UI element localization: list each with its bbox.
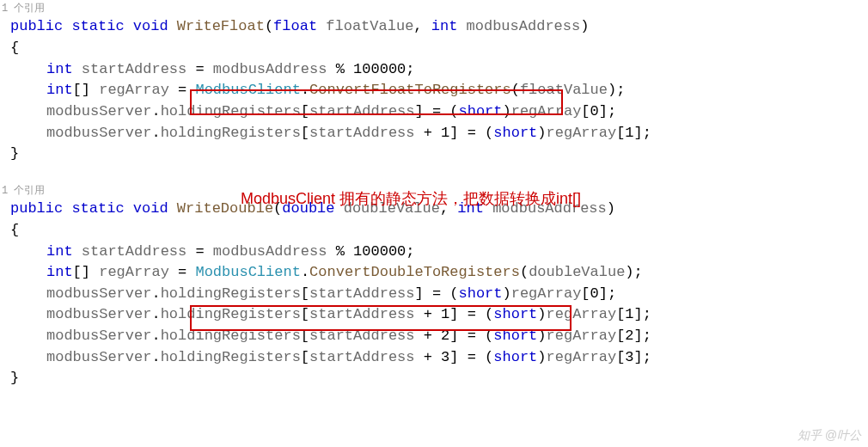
code-line: int[] regArray = ModbusClient.ConvertFlo… — [46, 80, 865, 101]
param-addr: modbusAddress — [467, 18, 581, 34]
code-line: int startAddress = modbusAddress % 10000… — [46, 59, 865, 81]
type-int: int — [431, 18, 458, 34]
code-line: modbusServer.holdingRegisters[startAddre… — [46, 101, 865, 123]
brace-close: } — [10, 144, 865, 165]
param-floatvalue: floatValue — [326, 18, 413, 34]
watermark: 知乎 @叶公 — [798, 426, 861, 444]
method-name: WriteFloat — [177, 18, 265, 34]
reference-count: 1 个引用 — [2, 2, 865, 16]
annotation-text: ModbusClient 拥有的静态方法，把数据转换成int[] — [241, 187, 581, 210]
code-line: int[] regArray = ModbusClient.ConvertDou… — [46, 262, 865, 284]
code-line: public static void WriteFloat(float floa… — [10, 16, 865, 38]
code-line: modbusServer.holdingRegisters[startAddre… — [46, 284, 865, 305]
method-call: ConvertFloatToRegisters — [309, 82, 511, 98]
kw-void: void — [133, 18, 168, 34]
code-line: int startAddress = modbusAddress % 10000… — [46, 242, 865, 263]
class-name: ModbusClient — [195, 82, 300, 98]
brace-open: { — [10, 220, 865, 242]
kw-static: static — [71, 18, 124, 34]
kw-public: public — [10, 18, 63, 34]
brace-open: { — [10, 38, 865, 59]
type-float: float — [273, 18, 317, 34]
code-line: modbusServer.holdingRegisters[startAddre… — [46, 347, 865, 369]
code-line: modbusServer.holdingRegisters[startAddre… — [46, 123, 865, 144]
brace-close: } — [10, 368, 865, 389]
code-line: modbusServer.holdingRegisters[startAddre… — [46, 304, 865, 326]
code-line: modbusServer.holdingRegisters[startAddre… — [46, 326, 865, 347]
